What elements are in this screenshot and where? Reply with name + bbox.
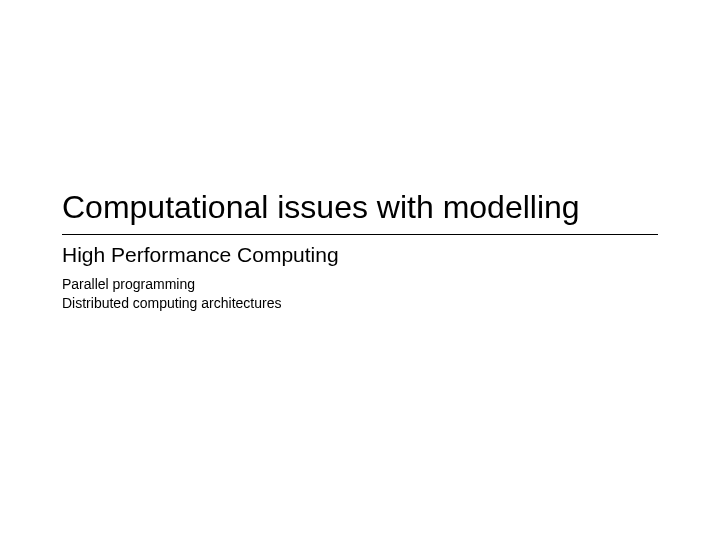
body-line-2: Distributed computing architectures — [62, 294, 662, 313]
slide-subtitle: High Performance Computing — [62, 241, 662, 268]
title-divider — [62, 234, 658, 235]
body-line-1: Parallel programming — [62, 275, 662, 294]
slide-title: Computational issues with modelling — [62, 188, 662, 226]
slide-content: Computational issues with modelling High… — [62, 188, 662, 312]
